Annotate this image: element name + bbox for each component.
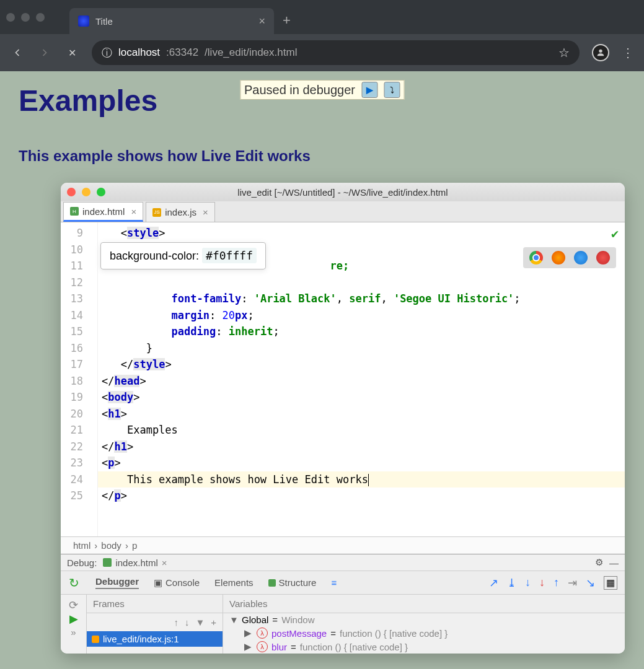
firefox-icon[interactable]	[552, 251, 565, 265]
editor-tab-index-js[interactable]: JS index.js ×	[146, 202, 215, 222]
ide-titlebar: live_edit [~/WS/untitled] - ~/WS/live_ed…	[61, 183, 625, 201]
tooltip-prefix: background-color:	[110, 250, 199, 262]
ide-window: live_edit [~/WS/untitled] - ~/WS/live_ed…	[61, 183, 625, 654]
rerun-button[interactable]: ↻	[61, 572, 87, 594]
window-close-dot[interactable]	[6, 13, 15, 22]
evaluate-icon[interactable]: ↘	[586, 576, 595, 590]
bookmark-icon[interactable]: ☆	[558, 45, 570, 60]
code-fragment: re;	[330, 260, 349, 272]
forward-button[interactable]	[37, 45, 52, 60]
chrome-icon[interactable]	[529, 251, 543, 265]
open-in-browser-bar	[523, 247, 616, 268]
ide-close-button[interactable]	[67, 188, 76, 196]
frame-label: live_edit/index.js:1	[103, 634, 179, 644]
more-icon[interactable]: »	[64, 626, 82, 639]
menu-button[interactable]: ⋮	[622, 45, 634, 60]
stack-frame-selected[interactable]: live_edit/index.js:1	[87, 631, 223, 647]
breadcrumb-item[interactable]: html	[73, 540, 90, 551]
breadcrumb-item[interactable]: body	[101, 540, 121, 551]
breadcrumb[interactable]: html › body › p	[61, 536, 625, 554]
debug-side-controls: ↻	[61, 572, 87, 594]
gear-icon[interactable]: ⚙	[595, 557, 603, 568]
debug-config-tab[interactable]: index.html ×	[103, 558, 167, 568]
more-tabs-icon[interactable]: ≡	[331, 577, 337, 588]
reload-button[interactable]: ✕	[64, 45, 79, 60]
window-max-dot[interactable]	[36, 13, 45, 22]
step-over-icon[interactable]: ⤓	[507, 576, 516, 590]
window-controls	[6, 13, 45, 22]
tab-title: Title	[95, 16, 113, 27]
chevron-down-icon[interactable]: ▼	[229, 614, 238, 625]
ide-window-controls	[67, 188, 105, 196]
paused-debugger-toast: Paused in debugger ▶ ⤵	[240, 80, 404, 100]
console-tab[interactable]: ▣Console	[154, 577, 200, 588]
resume-button[interactable]: ▶	[69, 612, 78, 626]
close-tab-icon[interactable]: ×	[258, 15, 265, 28]
info-icon[interactable]: ⓘ	[102, 46, 112, 60]
js-file-icon	[92, 636, 99, 643]
step-out-icon[interactable]: ↑	[554, 576, 559, 590]
chevron-right-icon[interactable]: ▶	[244, 627, 253, 639]
editor-tab-index-html[interactable]: H index.html ×	[63, 202, 143, 222]
var-value: Window	[281, 614, 314, 625]
variable-row-blur[interactable]: ▶ λ blur = function () { [native code] }	[223, 640, 625, 654]
var-name: postMessage	[271, 628, 327, 639]
elements-tab[interactable]: Elements	[214, 577, 254, 588]
safari-icon[interactable]	[574, 251, 588, 265]
debug-body: ⟳ ▶ » Frames ↑ ↓ ▼ + live_edit/index.js:…	[61, 595, 625, 654]
profile-button[interactable]	[592, 44, 609, 61]
var-value: function () { [native code] }	[340, 628, 448, 639]
add-icon[interactable]: +	[211, 617, 216, 627]
js-file-icon: JS	[152, 208, 161, 217]
var-value: function () { [native code] }	[300, 642, 408, 652]
reload-button[interactable]: ⟳	[69, 598, 78, 612]
page-paragraph: This example shows how Live Edit works	[19, 147, 625, 165]
structure-tab[interactable]: Structure	[268, 577, 317, 588]
browser-tab[interactable]: Title ×	[69, 8, 274, 34]
new-tab-button[interactable]: +	[283, 12, 291, 28]
run-to-cursor-icon[interactable]: ⇥	[568, 576, 577, 590]
back-button[interactable]	[10, 45, 25, 60]
code-editor[interactable]: ✔ background-color: #f0ffff 910111213141…	[61, 222, 625, 536]
force-step-into-icon[interactable]: ↓	[539, 576, 545, 590]
variable-row-postmessage[interactable]: ▶ λ postMessage = function () { [native …	[223, 626, 625, 640]
code-area[interactable]: <style> re; font-family: 'Arial Black', …	[98, 222, 625, 536]
fold-column[interactable]	[87, 222, 98, 536]
next-frame-icon[interactable]: ↓	[185, 617, 190, 627]
window-min-dot[interactable]	[21, 13, 30, 22]
close-tab-icon[interactable]: ×	[131, 206, 136, 217]
close-icon[interactable]: ×	[162, 558, 167, 568]
variable-row-global[interactable]: ▼ Global = Window	[223, 613, 625, 626]
debug-tabs: Debugger ▣Console Elements Structure ≡	[87, 571, 482, 594]
variables-header: Variables	[223, 595, 625, 613]
tab-label: index.js	[165, 207, 196, 217]
lambda-icon: λ	[257, 627, 268, 639]
step-over-button[interactable]: ⤵	[384, 82, 400, 98]
opera-icon[interactable]	[596, 251, 610, 265]
editor-tabs: H index.html × JS index.js ×	[61, 201, 625, 222]
favicon-icon	[78, 15, 89, 27]
structure-tab-label: Structure	[279, 577, 317, 588]
resume-button[interactable]: ▶	[361, 82, 377, 98]
console-icon: ▣	[154, 577, 162, 588]
prev-frame-icon[interactable]: ↑	[174, 617, 179, 627]
inspection-ok-icon[interactable]: ✔	[611, 226, 619, 241]
html-file-icon: H	[70, 207, 79, 216]
step-into-icon[interactable]: ↓	[525, 576, 531, 590]
debug-header: Debug: index.html × ⚙ —	[61, 554, 625, 571]
ide-min-button[interactable]	[82, 188, 90, 196]
debugger-tab[interactable]: Debugger	[95, 576, 139, 589]
calculator-icon[interactable]: ▦	[604, 576, 617, 590]
ide-max-button[interactable]	[97, 188, 105, 196]
breadcrumb-item[interactable]: p	[132, 540, 137, 551]
url-field[interactable]: ⓘ localhost:63342/live_edit/index.html ☆	[92, 40, 580, 65]
color-tooltip: background-color: #f0ffff	[100, 242, 266, 269]
show-execution-point-icon[interactable]: ↗	[489, 576, 498, 590]
var-name: Global	[242, 614, 268, 625]
minimize-panel-icon[interactable]: —	[609, 558, 619, 568]
filter-icon[interactable]: ▼	[195, 617, 205, 627]
chevron-right-icon[interactable]: ▶	[244, 641, 253, 652]
page-content: Paused in debugger ▶ ⤵ Examples This exa…	[0, 71, 644, 177]
close-tab-icon[interactable]: ×	[203, 207, 208, 217]
lambda-icon: λ	[257, 641, 268, 652]
